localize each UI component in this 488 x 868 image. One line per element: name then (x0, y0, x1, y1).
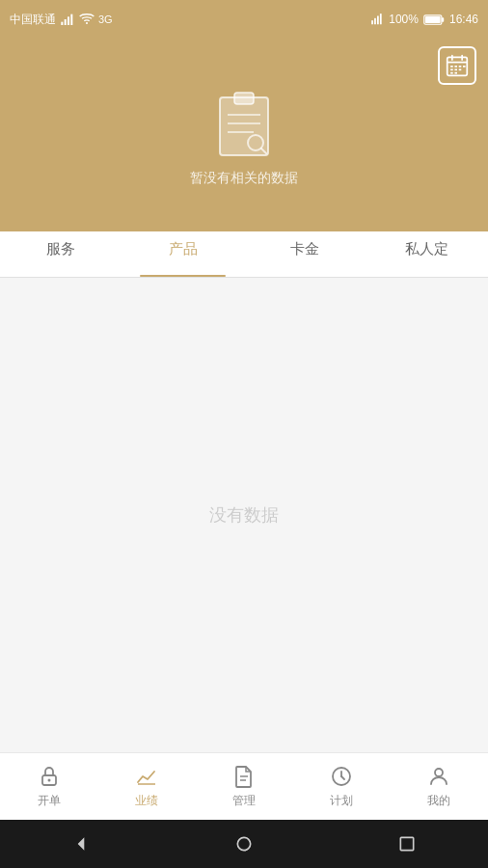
svg-rect-7 (377, 16, 379, 25)
calendar-button[interactable] (438, 46, 476, 85)
svg-rect-16 (450, 66, 453, 68)
battery-icon (423, 14, 445, 26)
svg-rect-5 (371, 20, 373, 24)
lock-icon (37, 764, 62, 789)
content-area: 没有数据 (0, 278, 488, 752)
svg-rect-17 (454, 66, 457, 68)
empty-icon (205, 83, 283, 160)
no-data-text: 没有数据 (209, 503, 279, 527)
android-back-button[interactable] (67, 829, 95, 858)
tab-personal[interactable]: 私人定 (366, 231, 489, 277)
svg-rect-3 (70, 14, 72, 25)
status-left: 中国联通 3G (10, 12, 113, 28)
tab-product[interactable]: 产品 (122, 231, 245, 277)
svg-rect-11 (425, 15, 441, 22)
status-bar: 中国联通 3G 100% 16:46 (0, 0, 488, 39)
status-right: 100% 16:46 (370, 13, 478, 26)
svg-rect-20 (450, 68, 453, 70)
signal-bars-icon (370, 13, 384, 26)
nav-label-manage: 管理 (232, 793, 256, 809)
svg-marker-41 (78, 837, 85, 850)
svg-point-40 (435, 769, 443, 776)
nav-label-order: 开单 (38, 793, 61, 809)
wifi-icon (79, 12, 95, 27)
tab-card[interactable]: 卡金 (244, 231, 366, 277)
bottom-nav: 开单 业绩 管理 (0, 752, 488, 820)
nav-item-mine[interactable]: 我的 (391, 753, 488, 820)
svg-line-39 (341, 776, 344, 779)
tab-service[interactable]: 服务 (0, 231, 122, 277)
android-nav-bar (0, 820, 488, 868)
nav-item-manage[interactable]: 管理 (195, 753, 292, 820)
svg-rect-25 (220, 97, 268, 155)
svg-rect-2 (68, 16, 69, 25)
android-recent-button[interactable] (393, 829, 421, 858)
header-area: 暂没有相关的数据 (0, 39, 488, 231)
tab-bar: 服务 产品 卡金 私人定 (0, 231, 488, 278)
svg-rect-43 (400, 837, 413, 850)
clipboard-icon (210, 83, 278, 160)
time-text: 16:46 (449, 13, 478, 26)
svg-rect-6 (374, 18, 376, 24)
svg-rect-18 (459, 66, 462, 68)
svg-rect-1 (65, 19, 67, 25)
clock-icon (329, 764, 354, 789)
nav-item-performance[interactable]: 业绩 (97, 753, 195, 820)
android-home-button[interactable] (230, 829, 258, 858)
svg-rect-10 (442, 17, 444, 22)
chart-icon (134, 764, 159, 789)
nav-label-mine: 我的 (427, 793, 450, 809)
empty-state-text: 暂没有相关的数据 (190, 170, 298, 187)
svg-point-42 (237, 837, 250, 850)
network-type: 3G (98, 14, 113, 25)
svg-rect-23 (450, 72, 453, 74)
svg-point-4 (86, 22, 88, 24)
nav-label-plan: 计划 (330, 793, 353, 809)
user-icon (426, 764, 451, 789)
svg-rect-8 (380, 14, 382, 24)
carrier-text: 中国联通 (10, 12, 56, 28)
svg-rect-21 (454, 68, 457, 70)
file-icon (231, 764, 257, 789)
svg-rect-0 (61, 22, 63, 25)
battery-text: 100% (389, 13, 419, 26)
svg-rect-24 (454, 72, 457, 74)
svg-rect-26 (234, 93, 254, 104)
svg-point-33 (47, 779, 50, 782)
nav-item-plan[interactable]: 计划 (293, 753, 391, 820)
signal-icon (60, 12, 75, 27)
nav-label-performance: 业绩 (135, 793, 158, 809)
calendar-icon (446, 54, 469, 77)
svg-rect-19 (463, 66, 466, 68)
nav-item-order[interactable]: 开单 (0, 753, 97, 820)
svg-rect-22 (459, 68, 462, 70)
